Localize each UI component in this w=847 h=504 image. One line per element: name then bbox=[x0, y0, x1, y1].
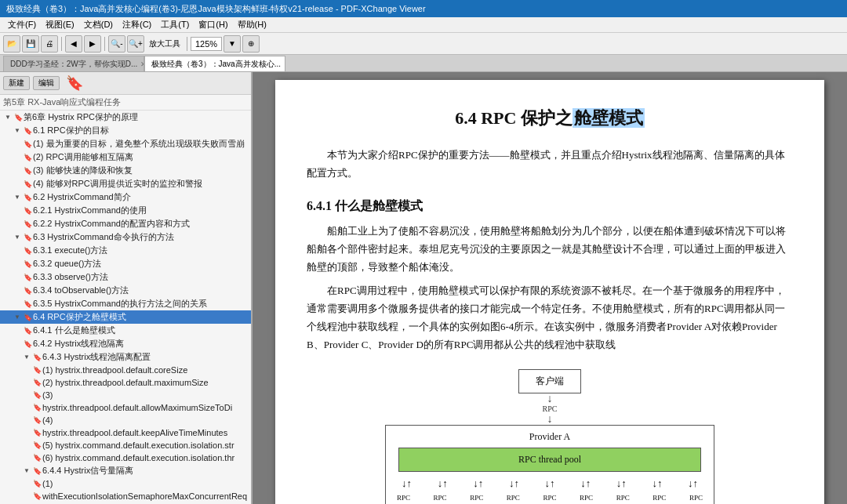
pdf-page: 6.4 RPC 保护之舱壁模式 本节为大家介绍RPC保护的重要方法——舱壁模式，… bbox=[275, 80, 824, 504]
6.3.3-label: 6.3.3 observe()方法 bbox=[33, 271, 108, 283]
sidebar-item-6.3[interactable]: ▼ 🔖 6.3 HystrixCommand命令执行的方法 bbox=[0, 230, 251, 244]
sidebar-item-6.3.3[interactable]: 🔖 6.3.3 observe()方法 bbox=[0, 270, 251, 284]
sidebar-item-6.4.3.4[interactable]: 🔖 (4) bbox=[0, 414, 251, 426]
sidebar-item-6.4.4.1[interactable]: 🔖 (1) bbox=[0, 477, 251, 490]
6.4.3.3a-label: hystrix.threadpool.default.allowMaximumS… bbox=[42, 403, 232, 412]
sidebar-item-6.4.4.1a[interactable]: 🔖 withExecutionIsolationSemaphoreMaxConc… bbox=[0, 490, 251, 502]
6.4.3-label: 6.4.3 Hystrix线程池隔离配置 bbox=[42, 351, 151, 363]
sidebar-item-6.2.2[interactable]: 🔖 6.2.2 HystrixCommand的配置内容和方式 bbox=[0, 217, 251, 230]
sidebar-item-6.4.3[interactable]: ▼ 🔖 6.4.3 Hystrix线程池隔离配置 bbox=[0, 350, 251, 364]
sidebar-section-label: 第5章 RX-Java响应式编程任务 bbox=[3, 97, 121, 107]
sidebar-item-6.4.3.3a[interactable]: 🔖 hystrix.threadpool.default.allowMaximu… bbox=[0, 401, 251, 414]
save-button[interactable]: 💾 bbox=[22, 35, 39, 53]
6.4-label: 6.4 RPC保护之舱壁模式 bbox=[33, 311, 126, 323]
menu-comment[interactable]: 注释(C) bbox=[118, 19, 156, 31]
new-button[interactable]: 新建 bbox=[3, 76, 30, 90]
print-button[interactable]: 🖨 bbox=[41, 35, 58, 53]
zoom-in-button[interactable]: 🔍+ bbox=[127, 35, 144, 53]
zoom-tool-label: 放大工具 bbox=[146, 38, 184, 49]
sidebar-item-6.4.3.2[interactable]: 🔖 (2) hystrix.threadpool.default.maximum… bbox=[0, 376, 251, 389]
6.1.4-icon: 🔖 bbox=[22, 179, 33, 190]
6.4.3.6-label: (6) hystrix.command.default.execution.is… bbox=[42, 453, 234, 462]
sidebar-item-6.4.3.4a[interactable]: 🔖 hystrix.threadpool.default.keepAliveTi… bbox=[0, 426, 251, 439]
6.4.3.4-label: (4) bbox=[42, 415, 53, 425]
sidebar-item-6.3.2[interactable]: 🔖 6.3.2 queue()方法 bbox=[0, 257, 251, 270]
6.4.4-arrow[interactable]: ▼ bbox=[22, 466, 31, 477]
menu-file[interactable]: 文件(F) bbox=[3, 19, 41, 31]
menu-doc[interactable]: 文档(D) bbox=[79, 19, 118, 31]
sidebar-item-6.2.1[interactable]: 🔖 6.2.1 HystrixCommand的使用 bbox=[0, 204, 251, 217]
pool-arrow-9: ↓↑ bbox=[688, 475, 698, 492]
forward-button[interactable]: ▶ bbox=[84, 35, 101, 53]
diagram-provider-a-box: Provider A RPC thread pool ↓↑ ↓↑ ↓↑ ↓↑ ↓… bbox=[385, 425, 714, 504]
ch6-arrow[interactable]: ▼ bbox=[3, 112, 13, 123]
6.4.2-label: 6.4.2 Hystrix线程池隔离 bbox=[33, 338, 124, 350]
rpc-lbl-5: RPC bbox=[543, 492, 556, 504]
pdf-para2: 船舶工业上为了使船不容易沉没，使用舱壁将船舱划分为几个部分，以便在船体遭到破坏情… bbox=[307, 223, 793, 276]
6.4.3.1-label: (1) hystrix.threadpool.default.coreSize bbox=[42, 365, 187, 375]
6.4.3.2-label: (2) hystrix.threadpool.default.maximumSi… bbox=[42, 378, 209, 387]
sidebar-item-6.4.1[interactable]: 🔖 6.4.1 什么是舱壁模式 bbox=[0, 324, 251, 337]
tab-java-close[interactable]: ✕ bbox=[284, 60, 285, 68]
menu-view[interactable]: 视图(E) bbox=[41, 19, 79, 31]
diagram-rpc-label: RPC bbox=[543, 404, 558, 414]
6.4-arrow[interactable]: ▼ bbox=[13, 312, 22, 323]
sidebar-item-ch6[interactable]: ▼ 🔖 第6章 Hystrix RPC保护的原理 bbox=[0, 111, 251, 124]
pool-arrow-5: ↓↑ bbox=[545, 475, 555, 492]
pool-arrow-4: ↓↑ bbox=[509, 475, 519, 492]
sidebar-item-6.3.4[interactable]: 🔖 6.3.4 toObservable()方法 bbox=[0, 284, 251, 297]
zoom-confirm-button[interactable]: ▼ bbox=[224, 35, 241, 53]
menu-window[interactable]: 窗口(H) bbox=[194, 19, 232, 31]
6.3.4-icon: 🔖 bbox=[22, 285, 33, 296]
diagram-rpc-labels-row: RPC RPC RPC RPC RPC RPC RPC RPC RPC bbox=[394, 492, 706, 504]
pdf-area[interactable]: 6.4 RPC 保护之舱壁模式 本节为大家介绍RPC保护的重要方法——舱壁模式，… bbox=[253, 72, 847, 504]
sidebar-item-6.4.4[interactable]: ▼ 🔖 6.4.4 Hystrix信号量隔离 bbox=[0, 464, 251, 477]
6.3-arrow[interactable]: ▼ bbox=[13, 232, 22, 243]
menu-tools[interactable]: 工具(T) bbox=[156, 19, 194, 31]
pdf-section-641: 6.4.1 什么是舱壁模式 bbox=[307, 195, 793, 216]
6.2-arrow[interactable]: ▼ bbox=[13, 192, 22, 203]
sidebar-item-6.3.5[interactable]: 🔖 6.3.5 HystrixCommand的执行方法之间的关系 bbox=[0, 297, 251, 310]
6.4.3-arrow[interactable]: ▼ bbox=[22, 352, 31, 363]
sidebar-item-6.4.3.6[interactable]: 🔖 (6) hystrix.command.default.execution.… bbox=[0, 451, 251, 464]
tab-ddd[interactable]: DDD学习圣经：2W字，帮你实现D... ✕ bbox=[3, 56, 144, 71]
sidebar-item-6.4.3.1[interactable]: 🔖 (1) hystrix.threadpool.default.coreSiz… bbox=[0, 364, 251, 376]
6.2-icon: 🔖 bbox=[22, 192, 33, 203]
sidebar-item-6.4.2[interactable]: 🔖 6.4.2 Hystrix线程池隔离 bbox=[0, 337, 251, 350]
6.1.1-icon: 🔖 bbox=[22, 139, 33, 150]
6.1-arrow[interactable]: ▼ bbox=[13, 125, 22, 136]
6.3.2-icon: 🔖 bbox=[22, 259, 33, 270]
6.4.3-icon: 🔖 bbox=[31, 352, 42, 363]
edit-button[interactable]: 编辑 bbox=[33, 76, 60, 90]
back-button[interactable]: ◀ bbox=[65, 35, 82, 53]
sidebar-icon-1[interactable]: 🔖 bbox=[66, 74, 83, 92]
sidebar-item-6.1.1[interactable]: 🔖 (1) 最为重要的目标，避免整个系统出现级联失败而雪崩 bbox=[0, 137, 251, 150]
sidebar-item-6.1[interactable]: ▼ 🔖 6.1 RPC保护的目标 bbox=[0, 124, 251, 137]
zoom-input[interactable]: 125% bbox=[191, 37, 222, 51]
sidebar-item-6.4.3.5[interactable]: 🔖 (5) hystrix.command.default.execution.… bbox=[0, 439, 251, 451]
sidebar-item-6.4.3.3[interactable]: 🔖 (3) bbox=[0, 389, 251, 401]
sidebar-item-6.2[interactable]: ▼ 🔖 6.2 HystrixCommand简介 bbox=[0, 190, 251, 204]
pdf-para3: 在RPC调用过程中，使用舱壁模式可以保护有限的系统资源不被耗尽。在一个基于微服务… bbox=[307, 282, 793, 354]
tab-ddd-label: DDD学习圣经：2W字，帮你实现D... bbox=[10, 59, 137, 70]
sidebar-item-6.1.4[interactable]: 🔖 (4) 能够对RPC调用提供近实时的监控和警报 bbox=[0, 177, 251, 190]
6.4.3.3-icon: 🔖 bbox=[31, 390, 42, 401]
sidebar-item-6.1.3[interactable]: 🔖 (3) 能够快速的降级和恢复 bbox=[0, 164, 251, 177]
6.1.2-label: (2) RPC调用能够相互隔离 bbox=[33, 151, 133, 163]
open-button[interactable]: 📂 bbox=[3, 35, 20, 53]
6.4.4.1a-icon: 🔖 bbox=[31, 491, 42, 502]
6.4.4.1a-label: withExecutionIsolationSemaphoreMaxConcur… bbox=[42, 491, 247, 501]
title-text: 极致经典（卷3）：Java高并发核心编程(卷3)-尼恩Java模块架构鲜班-特权… bbox=[6, 3, 426, 15]
tab-java[interactable]: 极致经典（卷3）：Java高并发核心... ✕ bbox=[144, 56, 285, 71]
sidebar-item-6.3.1[interactable]: 🔖 6.3.1 execute()方法 bbox=[0, 244, 251, 257]
menu-help[interactable]: 帮助(H) bbox=[233, 19, 271, 31]
diagram-client-label: 客户端 bbox=[536, 375, 564, 386]
6.1-icon: 🔖 bbox=[22, 125, 33, 136]
6.3.5-label: 6.3.5 HystrixCommand的执行方法之间的关系 bbox=[33, 298, 207, 310]
zoom-out-button[interactable]: 🔍- bbox=[108, 35, 125, 53]
pool-arrow-8: ↓↑ bbox=[652, 475, 662, 492]
nav-button[interactable]: ⊕ bbox=[242, 35, 260, 53]
sidebar-item-6.1.2[interactable]: 🔖 (2) RPC调用能够相互隔离 bbox=[0, 150, 251, 164]
sidebar-item-6.4[interactable]: ▼ 🔖 6.4 RPC保护之舱壁模式 bbox=[0, 310, 251, 324]
rpc-lbl-4: RPC bbox=[507, 492, 520, 504]
